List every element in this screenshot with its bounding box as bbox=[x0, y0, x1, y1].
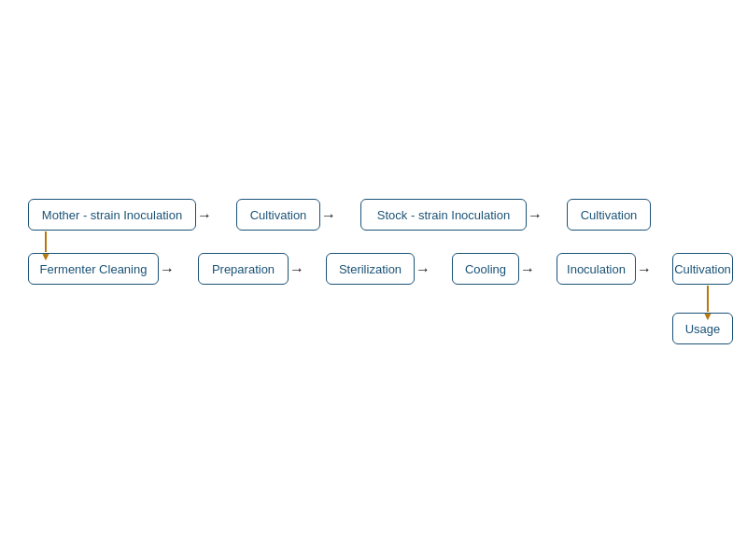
mother-strain-node: Mother - strain Inoculation bbox=[28, 199, 196, 231]
cultivation1-node: Cultivation bbox=[236, 199, 320, 231]
sterilization-node: Sterilization bbox=[326, 253, 415, 285]
cultivation2-node: Cultivation bbox=[567, 199, 651, 231]
arrow-h-r2-2 bbox=[289, 261, 304, 278]
arrow-h-r2-3 bbox=[416, 261, 430, 278]
arrow-h-r2-4 bbox=[520, 261, 535, 278]
inoculation-node: Inoculation bbox=[557, 253, 636, 285]
arrow-v-down1: ▼ bbox=[40, 231, 51, 262]
cultivation3-node: Cultivation bbox=[672, 253, 733, 285]
arrow-h-r1-1 bbox=[197, 207, 212, 224]
arrow-h-r1-2 bbox=[321, 207, 336, 224]
arrow-h-r1-3 bbox=[528, 207, 543, 224]
stock-strain-node: Stock - strain Inoculation bbox=[360, 199, 527, 231]
arrow-h-r2-1 bbox=[160, 261, 175, 278]
preparation-node: Preparation bbox=[198, 253, 289, 285]
arrow-v-down2: ▼ bbox=[702, 286, 713, 322]
cooling-node: Cooling bbox=[452, 253, 519, 285]
arrow-h-r2-5 bbox=[637, 261, 652, 278]
